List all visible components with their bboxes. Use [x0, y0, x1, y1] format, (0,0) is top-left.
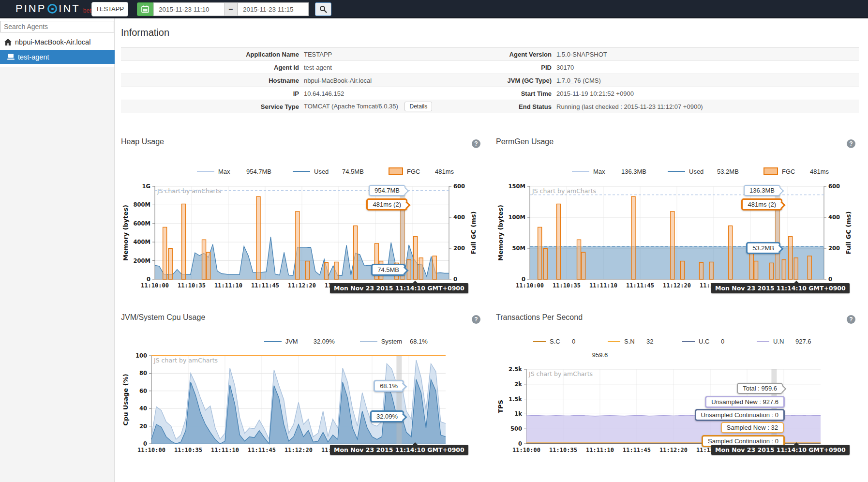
svg-text:11:10:00: 11:10:00	[137, 447, 165, 453]
legend-line-marker	[608, 341, 620, 342]
svg-text:50M: 50M	[512, 245, 525, 252]
balloon-permgen-max: 136.3MB	[744, 185, 780, 196]
legend-item[interactable]: U.N 927.6	[757, 338, 818, 345]
sidebar-item-host[interactable]: nbpui-MacBook-Air.local	[0, 35, 115, 49]
balloon-tps-sampled-new: Sampled New : 32	[721, 422, 784, 433]
legend-item[interactable]: U.C 0	[682, 338, 743, 345]
chart-title: JVM/System Cpu Usage	[121, 313, 205, 322]
svg-text:Memory (bytes): Memory (bytes)	[122, 205, 129, 261]
info-value: test-agent	[304, 64, 484, 71]
table-row: IP 10.64.146.152 Start Time 2015-11-19 1…	[121, 87, 859, 100]
date-search-button[interactable]	[315, 2, 331, 16]
svg-text:11:11:10: 11:11:10	[586, 447, 614, 453]
svg-text:2k: 2k	[514, 381, 522, 388]
svg-text:JS chart by amCharts: JS chart by amCharts	[528, 370, 593, 377]
svg-text:100M: 100M	[509, 214, 525, 221]
svg-text:600M: 600M	[134, 220, 150, 227]
logo-text-right: INT	[59, 2, 80, 15]
help-icon[interactable]: ?	[472, 139, 480, 148]
legend-item[interactable]: FGC 481ms	[389, 167, 468, 175]
svg-text:200: 200	[453, 245, 465, 252]
cursor-time-tooltip: Mon Nov 23 2015 11:14:10 GMT+0900	[330, 445, 468, 455]
svg-text:Memory (bytes): Memory (bytes)	[497, 205, 504, 261]
help-icon[interactable]: ?	[847, 139, 855, 148]
svg-text:200M: 200M	[134, 257, 150, 264]
heap-usage-plot[interactable]: 0200M400M600M800M1G020040060011:10:0011:…	[121, 178, 481, 296]
home-icon	[4, 39, 12, 45]
chart-legend: S.C 0 S.N 32 U.C 0 U.N 927.6	[520, 338, 818, 345]
search-icon	[319, 5, 327, 13]
svg-text:0: 0	[522, 276, 525, 283]
balloon-tps-total: Total : 959.6	[737, 383, 783, 394]
legend-item[interactable]: System 68.1%	[360, 338, 443, 345]
date-to-input[interactable]	[238, 2, 309, 16]
legend-item[interactable]: Max 954.7MB	[197, 168, 279, 175]
svg-text:0: 0	[453, 276, 457, 283]
info-value: 2015-11-19 10:21:52 +0900	[556, 90, 859, 97]
balloon-heap-used: 74.5MB	[371, 264, 405, 276]
svg-text:20: 20	[139, 423, 147, 430]
calendar-button[interactable]	[137, 2, 153, 16]
info-label: Hostname	[121, 77, 304, 84]
legend-line-marker	[572, 171, 589, 172]
svg-text:11:11:10: 11:11:10	[589, 282, 617, 289]
legend-box-marker	[389, 167, 403, 175]
legend-item[interactable]: Max 136.3MB	[572, 168, 654, 175]
help-icon[interactable]: ?	[847, 315, 855, 324]
top-navbar: PINPINT beta TESTAPP –	[0, 0, 868, 18]
legend-line-marker	[360, 341, 377, 342]
pinpoint-target-icon	[47, 4, 57, 14]
details-button[interactable]: Details	[404, 102, 432, 111]
svg-text:600: 600	[453, 183, 465, 190]
svg-text:1.5k: 1.5k	[509, 396, 522, 403]
legend-item[interactable]: S.C 0	[533, 338, 594, 345]
chart-title: Heap Usage	[121, 137, 164, 146]
legend-item[interactable]: JVM 32.09%	[264, 338, 346, 345]
service-type-value: TOMCAT (Apache Tomcat/6.0.35)	[304, 103, 398, 110]
svg-text:11:12:20: 11:12:20	[659, 447, 688, 453]
date-range-separator: –	[224, 2, 238, 16]
svg-text:11:10:00: 11:10:00	[516, 282, 544, 289]
chart-legend: JVM 32.09% System 68.1%	[251, 338, 443, 345]
chart-legend: Max 136.3MB Used 53.2MB FGC 481ms	[558, 167, 843, 175]
svg-text:11:11:45: 11:11:45	[251, 282, 279, 289]
svg-text:60: 60	[139, 388, 147, 394]
chart-title: PermGen Usage	[496, 137, 554, 146]
svg-text:11:10:00: 11:10:00	[512, 447, 540, 453]
permgen-usage-plot[interactable]: 050M100M150M020040060011:10:0011:10:3511…	[496, 178, 856, 296]
svg-text:Full GC (ms): Full GC (ms)	[470, 211, 477, 255]
help-icon[interactable]: ?	[472, 315, 480, 324]
info-value: nbpui-MacBook-Air.local	[304, 77, 484, 84]
main-content: Information Application Name TESTAPP Age…	[115, 18, 868, 482]
legend-item[interactable]: S.N 32	[608, 338, 669, 345]
page-title: Information	[121, 27, 169, 38]
svg-text:80: 80	[139, 370, 147, 377]
legend-line-marker	[197, 171, 214, 172]
legend-item[interactable]: Used 74.5MB	[293, 168, 375, 175]
search-agents-input[interactable]	[0, 21, 114, 32]
info-label: Application Name	[121, 51, 304, 58]
legend-item[interactable]: Used 53.2MB	[668, 168, 750, 175]
date-from-input[interactable]	[153, 2, 224, 16]
svg-text:Cpu Usage (%): Cpu Usage (%)	[122, 374, 129, 425]
svg-text:11:10:35: 11:10:35	[178, 282, 206, 289]
application-button[interactable]: TESTAPP	[91, 2, 128, 16]
svg-text:JS chart by amCharts: JS chart by amCharts	[532, 187, 596, 195]
svg-text:0: 0	[828, 276, 832, 283]
svg-text:1k: 1k	[514, 410, 522, 417]
table-row: Agent Id test-agent PID 30170	[121, 61, 859, 74]
sidebar-item-agent[interactable]: test-agent	[0, 50, 115, 64]
balloon-tps-unsampled-cont: Unsampled Continuation : 0	[695, 409, 785, 421]
svg-text:800M: 800M	[134, 201, 150, 208]
heap-usage-chart: Heap Usage ? Max 954.7MB Used 74.5MB FGC…	[121, 136, 481, 303]
svg-text:TPS: TPS	[497, 400, 504, 413]
svg-text:0: 0	[143, 440, 147, 447]
agent-sidebar: nbpui-MacBook-Air.local test-agent	[0, 18, 115, 482]
legend-item[interactable]: FGC 481ms	[763, 167, 843, 175]
svg-text:11:11:45: 11:11:45	[623, 447, 651, 453]
chart-legend: Max 954.7MB Used 74.5MB FGC 481ms	[183, 167, 468, 175]
info-label: Service Type	[121, 103, 304, 110]
svg-text:11:12:20: 11:12:20	[288, 282, 316, 289]
info-label: Start Time	[484, 90, 556, 97]
info-label: Agent Id	[121, 64, 304, 71]
